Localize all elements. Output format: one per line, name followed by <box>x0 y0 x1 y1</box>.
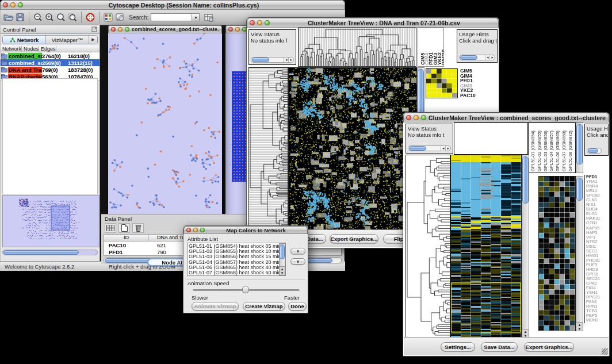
new-attribute-icon[interactable] <box>118 223 130 233</box>
column-header-id[interactable]: ID <box>104 235 149 241</box>
zoom-heatmap-canvas[interactable] <box>539 177 575 331</box>
search-dropdown-icon[interactable]: ▾ <box>192 13 200 21</box>
view-status-scrollbar[interactable] <box>251 57 294 63</box>
zoom-window-icon[interactable] <box>200 228 205 232</box>
treeview-dna-titlebar[interactable]: ClusterMaker TreeView : DNA and Tran 07-… <box>247 18 499 28</box>
gene-label[interactable]: PAC10 <box>460 93 496 98</box>
minimize-icon[interactable] <box>118 27 123 32</box>
usage-hints-scrollbar[interactable] <box>459 55 495 60</box>
close-icon[interactable] <box>3 2 8 7</box>
column-label[interactable]: GPL51-06 (GSM865) <box>555 131 560 171</box>
column-dendrogram-canvas[interactable] <box>299 28 416 66</box>
close-icon[interactable] <box>186 228 191 232</box>
tab-network[interactable]: Network <box>3 36 46 44</box>
column-label[interactable]: GPL51-07 (GSM868) <box>561 131 567 171</box>
scroll-right-icon[interactable] <box>489 55 495 60</box>
save-data-button[interactable]: Save Data... <box>481 342 518 351</box>
network1-view-canvas[interactable] <box>109 33 221 213</box>
animate-vizmap-button[interactable]: Animate Vizmap <box>192 302 239 311</box>
scroll-up-icon[interactable] <box>579 323 581 327</box>
column-label[interactable]: PAC10 <box>441 49 444 65</box>
open-file-icon[interactable] <box>3 12 14 23</box>
move-up-button[interactable]: ∧ <box>290 248 305 254</box>
scroll-left-icon[interactable] <box>284 58 289 62</box>
scroll-left-icon[interactable] <box>485 55 490 60</box>
scroll-right-icon[interactable] <box>288 58 293 62</box>
global-heatmap-canvas[interactable] <box>289 68 416 230</box>
save-icon[interactable] <box>14 12 26 23</box>
attribute-list-scrollbar[interactable] <box>279 243 285 275</box>
close-icon[interactable] <box>250 20 255 25</box>
network-table-header[interactable]: NetworkNodesEdges <box>1 45 100 52</box>
table-mode-icon[interactable] <box>105 223 116 233</box>
column-header[interactable]: Edges <box>39 46 56 52</box>
vizmapper-icon[interactable] <box>102 12 114 23</box>
scroll-down-icon[interactable] <box>579 327 581 331</box>
minimize-icon[interactable] <box>414 115 419 120</box>
float-panel-icon[interactable] <box>91 24 97 35</box>
attribute-item[interactable]: GPL51-07 (GSM868) heat shock 60 min <box>189 270 284 275</box>
heatmap-vscrollbar[interactable] <box>522 155 529 338</box>
tab-overflow-button[interactable]: ▶ <box>89 36 97 44</box>
resize-grip[interactable] <box>602 348 608 355</box>
delete-attribute-icon[interactable] <box>132 223 144 233</box>
zoom-heatmap-canvas[interactable] <box>426 69 457 98</box>
settings-button[interactable]: Settings... <box>441 342 475 351</box>
column-label[interactable]: GPL51-04 (GSM857) <box>549 131 554 171</box>
tab-vizmapper[interactable]: VizMapper™ <box>46 36 89 44</box>
search-input[interactable] <box>151 13 192 21</box>
row-dendrogram-canvas[interactable] <box>406 155 450 338</box>
column-header[interactable]: Network <box>1 46 22 52</box>
zoom-window-icon[interactable] <box>125 27 129 32</box>
column-label[interactable]: GPL51-01 (GSM854) <box>530 131 536 171</box>
scroll-right-icon[interactable] <box>445 146 450 151</box>
export-graphics-button[interactable]: Export Graphics... <box>524 342 574 351</box>
row-dendrogram-canvas[interactable] <box>249 68 288 230</box>
zoom-window-icon[interactable] <box>421 115 426 120</box>
map-dialog-titlebar[interactable]: Map Colors to Network <box>183 226 308 234</box>
zoom-in-icon[interactable] <box>44 12 55 23</box>
scroll-left-icon[interactable] <box>441 146 446 151</box>
animation-slider-thumb[interactable] <box>242 286 249 293</box>
export-graphics-button[interactable]: Export Graphics... <box>330 234 378 243</box>
column-labels-scrollbar[interactable] <box>576 122 583 173</box>
usage-hints-scrollbar[interactable] <box>587 148 602 154</box>
create-vizmap-button[interactable]: Create Vizmap <box>243 302 285 311</box>
close-icon[interactable] <box>406 115 411 120</box>
zoom-out-icon[interactable] <box>32 12 44 23</box>
minimize-icon[interactable] <box>235 27 240 32</box>
scroll-up-icon[interactable] <box>281 267 284 271</box>
column-header[interactable]: Nodes <box>22 46 39 52</box>
column-label[interactable]: GPL51-03 (GSM856) <box>543 131 548 171</box>
minimize-icon[interactable] <box>257 20 262 25</box>
minimize-icon[interactable] <box>193 228 198 232</box>
birdseye-view-canvas[interactable] <box>2 195 100 247</box>
zoom-window-icon[interactable] <box>265 20 270 25</box>
network1-titlebar[interactable]: combined_scores_good.txt--cluste... <box>108 25 222 33</box>
control-panel-scrollbar[interactable] <box>2 250 98 255</box>
network-table-row[interactable]: DNA and Tran 07 769(0) 183728(0) <box>1 66 100 73</box>
filter-table-icon[interactable] <box>203 12 215 23</box>
zoom-fit-icon[interactable] <box>67 12 78 23</box>
close-icon[interactable] <box>111 27 116 32</box>
help-lifebuoy-icon[interactable] <box>85 12 96 23</box>
zoom-actual-icon[interactable] <box>55 12 67 23</box>
main-titlebar[interactable]: Cytoscape Desktop (Session Name: collins… <box>0 0 345 10</box>
network-table-row[interactable]: combined_sco 2569(6) 13112(15) <box>1 59 100 66</box>
done-button[interactable]: Done <box>288 302 307 311</box>
annotation-icon[interactable] <box>114 12 125 23</box>
column-label[interactable]: GPL51-02 (GSM855) <box>537 131 542 171</box>
column-label[interactable]: GPL51-08 (GSM872) <box>568 131 573 171</box>
close-icon[interactable] <box>228 27 233 32</box>
minimize-icon[interactable] <box>10 2 16 7</box>
scroll-up-icon[interactable] <box>525 329 527 334</box>
zoom-vscrollbar[interactable] <box>576 176 583 331</box>
scroll-down-icon[interactable] <box>281 271 284 275</box>
network-table-row[interactable]: combined_scores 2764(0) 16218(0) <box>1 52 100 59</box>
global-heatmap-canvas[interactable] <box>451 155 521 338</box>
gene-label[interactable]: MON2 <box>586 318 610 323</box>
zoom-window-icon[interactable] <box>18 2 23 7</box>
view-status-scrollbar[interactable] <box>408 145 451 151</box>
treeview-combined-titlebar[interactable]: ClusterMaker TreeView : combined_scores_… <box>403 113 609 122</box>
move-down-button[interactable]: ∨ <box>290 258 305 265</box>
